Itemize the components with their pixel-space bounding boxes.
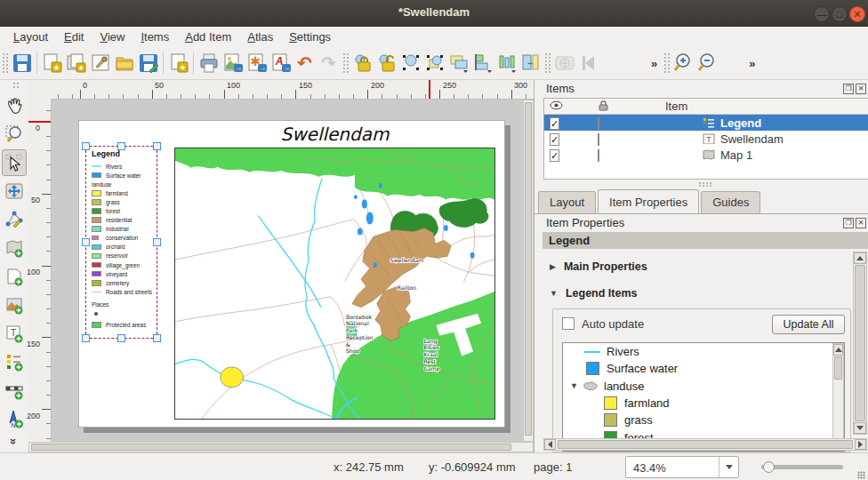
selection-handle-w[interactable]	[82, 238, 90, 246]
redo-button[interactable]: ↷	[317, 51, 341, 76]
canvas-vertical-scrollbar[interactable]	[523, 100, 534, 442]
legend-items-section[interactable]: ▼ Legend Items	[550, 287, 638, 300]
tab-layout[interactable]: Layout	[538, 191, 596, 213]
scroll-right-button[interactable]	[855, 439, 866, 450]
tab-guides[interactable]: Guides	[701, 191, 760, 213]
save-project-button[interactable]	[10, 51, 34, 76]
new-layout-button[interactable]: ★	[40, 51, 64, 76]
zoom-in-button[interactable]	[671, 51, 695, 76]
items-panel-float-button[interactable]: ❐	[843, 84, 854, 94]
export-image-button[interactable]: →	[221, 51, 245, 76]
menu-add-item[interactable]: Add Item	[177, 28, 239, 46]
add-from-template-button[interactable]: ★	[166, 51, 190, 76]
add-legend-button[interactable]	[2, 348, 27, 375]
selection-handle-nw[interactable]	[82, 142, 90, 150]
palette-grip[interactable]	[12, 82, 19, 89]
zoom-out-button[interactable]	[695, 51, 719, 76]
move-content-tool-button[interactable]	[2, 178, 27, 204]
pan-tool-button[interactable]	[2, 92, 27, 119]
selection-handle-s[interactable]	[117, 334, 125, 342]
resize-items-button[interactable]: ↔	[518, 51, 542, 76]
scroll-up-button[interactable]	[854, 252, 866, 264]
atlas-first-feature-button[interactable]	[576, 51, 600, 76]
lock-checkbox[interactable]	[598, 149, 599, 162]
horizontal-ruler[interactable]: 0 50 100 150 200 250 300	[52, 80, 534, 100]
lock-checkbox[interactable]	[598, 133, 599, 146]
ungroup-items-button[interactable]	[422, 51, 446, 76]
props-float-button[interactable]: ❐	[843, 218, 854, 228]
canvas-vscroll-thumb[interactable]	[525, 102, 532, 436]
lock-items-button[interactable]	[350, 51, 374, 76]
atlas-settings-button[interactable]	[552, 51, 576, 76]
zoom-level-combobox[interactable]: 43.4%	[625, 456, 739, 478]
palette-overflow-chevron[interactable]: »	[2, 434, 27, 448]
scroll-up-button[interactable]	[833, 344, 843, 356]
add-page-button[interactable]	[2, 263, 27, 290]
menu-layout[interactable]: Layout	[5, 28, 56, 46]
zoom-tool-button[interactable]	[2, 121, 27, 148]
undo-button[interactable]: ↶	[293, 51, 317, 76]
visibility-checkbox[interactable]: ✓	[550, 149, 559, 162]
scroll-left-button[interactable]	[544, 439, 556, 450]
items-row-swellendam[interactable]: ✓ TSwellendam	[544, 131, 868, 147]
props-hscroll-thumb[interactable]	[558, 440, 853, 449]
list-item-surface-water[interactable]: Surface water	[563, 360, 844, 377]
menu-atlas[interactable]: Atlas	[239, 28, 281, 46]
edit-nodes-tool-button[interactable]	[2, 206, 27, 233]
toolbar-overflow[interactable]: »	[744, 57, 760, 70]
visibility-checkbox[interactable]: ✓	[550, 117, 559, 130]
items-panel-close-button[interactable]: ✕	[856, 84, 866, 94]
open-folder-button[interactable]	[112, 51, 136, 76]
print-button[interactable]	[197, 51, 221, 76]
align-items-button[interactable]	[470, 51, 494, 76]
selection-handle-sw[interactable]	[82, 334, 90, 342]
list-vertical-scrollbar[interactable]	[832, 343, 844, 451]
map-item[interactable]: Swellendam Railton Bontebok National Par…	[174, 148, 495, 420]
menu-view[interactable]: View	[92, 28, 133, 46]
list-item-grass[interactable]: grass	[563, 412, 844, 428]
list-item-farmland[interactable]: farmland	[563, 395, 844, 412]
auto-update-checkbox[interactable]	[562, 317, 575, 330]
list-item-landuse[interactable]: ▼ landuse	[563, 378, 844, 395]
export-pdf-button[interactable]: A→	[269, 51, 293, 76]
unlock-all-button[interactable]	[374, 51, 398, 76]
add-north-arrow-button[interactable]: N	[2, 405, 27, 432]
menu-settings[interactable]: Settings	[281, 28, 339, 46]
select-move-item-tool-button[interactable]	[2, 149, 27, 176]
toolbar-overflow[interactable]: »	[647, 57, 662, 70]
update-all-button[interactable]: Update All	[772, 315, 845, 334]
add-map-button[interactable]	[2, 235, 27, 261]
toolbar-grip[interactable]	[544, 52, 551, 74]
items-row-legend[interactable]: ✓ Legend	[544, 115, 868, 131]
vertical-ruler[interactable]: 0 50 100 150 200	[28, 100, 52, 442]
selection-handle-n[interactable]	[117, 142, 125, 150]
props-vertical-scrollbar[interactable]	[853, 252, 867, 435]
menu-items[interactable]: Items	[133, 28, 177, 46]
raise-items-button[interactable]	[446, 51, 470, 76]
list-item-rivers[interactable]: Rivers	[563, 343, 844, 360]
selection-handle-ne[interactable]	[153, 142, 161, 150]
scroll-down-button[interactable]	[854, 422, 866, 434]
canvas-hscroll-thumb[interactable]	[31, 444, 511, 451]
distribute-items-button[interactable]	[494, 51, 518, 76]
add-picture-button[interactable]	[2, 292, 27, 318]
menu-edit[interactable]: Edit	[56, 28, 92, 46]
main-properties-section[interactable]: ▶ Main Properties	[550, 260, 647, 273]
combo-dropdown-button[interactable]	[719, 457, 738, 477]
toolbar-grip[interactable]	[2, 52, 8, 74]
zoom-slider-thumb[interactable]	[763, 461, 775, 473]
canvas-horizontal-scrollbar[interactable]	[28, 442, 534, 452]
props-vscroll-thumb[interactable]	[855, 265, 865, 421]
items-row-map1[interactable]: ✓ Map 1	[544, 147, 868, 163]
layout-canvas[interactable]: Swellendam	[52, 100, 523, 442]
tab-item-properties[interactable]: Item Properties	[598, 189, 699, 213]
layout-manager-button[interactable]	[88, 51, 112, 76]
minimize-button[interactable]: —	[814, 6, 830, 22]
expander-icon[interactable]: ▼	[570, 381, 583, 390]
toolbar-grip[interactable]	[663, 52, 670, 74]
duplicate-layout-button[interactable]: ★	[64, 51, 88, 76]
selection-handle-e[interactable]	[153, 238, 161, 246]
props-close-button[interactable]: ✕	[856, 218, 866, 228]
window-resize-grip[interactable]	[857, 471, 865, 479]
maximize-button[interactable]: □	[832, 6, 848, 22]
